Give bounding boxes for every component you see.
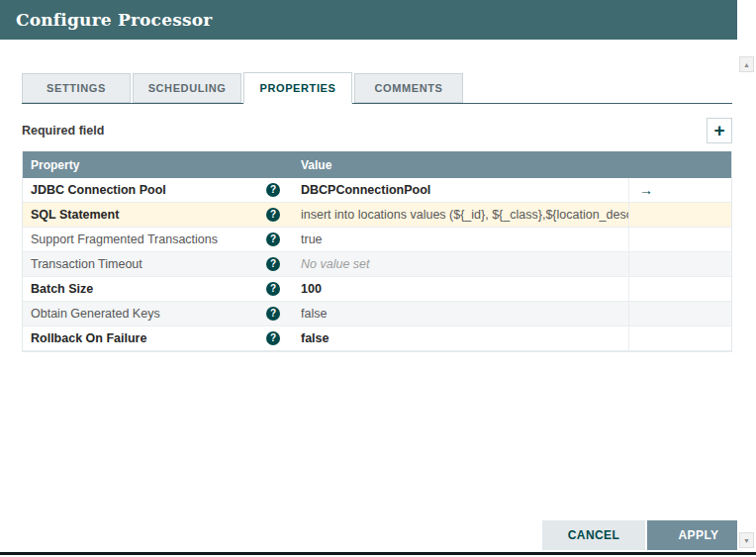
- property-actions-cell: [628, 302, 731, 325]
- property-name: Batch Size: [31, 282, 93, 296]
- property-row[interactable]: Obtain Generated Keys ? false: [23, 302, 731, 326]
- required-field-label: Required field: [22, 124, 104, 138]
- property-row[interactable]: Transaction Timeout ? No value set: [23, 252, 731, 277]
- tab-label: SCHEDULING: [148, 82, 227, 94]
- property-name: Transaction Timeout: [31, 257, 142, 271]
- tab-label: PROPERTIES: [260, 82, 336, 94]
- tab-label: COMMENTS: [375, 82, 443, 94]
- property-value[interactable]: 100: [293, 277, 628, 301]
- property-value[interactable]: false: [293, 302, 628, 325]
- property-value[interactable]: false: [293, 326, 628, 350]
- property-cell: JDBC Connection Pool ?: [23, 178, 293, 202]
- help-icon[interactable]: ?: [266, 232, 280, 246]
- property-value[interactable]: No value set: [293, 252, 628, 276]
- dialog-content: SETTINGS SCHEDULING PROPERTIES COMMENTS …: [0, 72, 737, 352]
- add-property-button[interactable]: +: [707, 118, 732, 143]
- dialog-header: Configure Processor: [0, 0, 737, 40]
- tab-properties[interactable]: PROPERTIES: [243, 72, 352, 104]
- help-icon[interactable]: ?: [266, 208, 280, 222]
- column-header-property: Property: [23, 158, 293, 172]
- property-cell: Support Fragmented Transactions ?: [23, 228, 293, 251]
- table-header: Property Value: [23, 151, 731, 178]
- property-value[interactable]: insert into locations values (${_id}, ${…: [293, 203, 628, 227]
- page-scrollbar[interactable]: ▲ ▼: [737, 0, 756, 557]
- property-name: Support Fragmented Transactions: [31, 232, 218, 246]
- property-actions-cell: [628, 252, 731, 276]
- property-name: Obtain Generated Keys: [31, 307, 160, 321]
- property-cell: Obtain Generated Keys ?: [23, 302, 293, 325]
- property-name: SQL Statement: [31, 208, 119, 222]
- cancel-button[interactable]: CANCEL: [542, 520, 645, 550]
- property-actions-cell: [628, 203, 731, 227]
- property-cell: SQL Statement ?: [23, 203, 293, 227]
- go-to-service-arrow-icon[interactable]: →: [639, 182, 653, 198]
- property-row[interactable]: Rollback On Failure ? false: [23, 326, 731, 351]
- tab-label: SETTINGS: [47, 82, 106, 94]
- property-actions-cell: [628, 277, 731, 301]
- column-header-value: Value: [293, 158, 628, 172]
- scroll-down-icon: ▼: [743, 537, 750, 544]
- property-row[interactable]: JDBC Connection Pool ? DBCPConnectionPoo…: [23, 178, 731, 203]
- property-value[interactable]: true: [293, 228, 628, 251]
- configure-processor-dialog: Configure Processor SETTINGS SCHEDULING …: [0, 0, 756, 557]
- dialog-title: Configure Processor: [16, 10, 212, 30]
- property-actions-cell: →: [628, 178, 731, 202]
- properties-table: Property Value JDBC Connection Pool ? DB…: [22, 151, 732, 352]
- help-icon[interactable]: ?: [266, 331, 280, 345]
- scroll-up-button[interactable]: ▲: [739, 56, 754, 72]
- help-icon[interactable]: ?: [266, 183, 280, 197]
- apply-button[interactable]: APPLY: [647, 520, 750, 550]
- property-actions-cell: [628, 228, 731, 251]
- property-name: Rollback On Failure: [31, 331, 146, 345]
- window-bottom-edge: [0, 552, 756, 555]
- property-row[interactable]: Support Fragmented Transactions ? true: [23, 228, 731, 252]
- property-row[interactable]: SQL Statement ? insert into locations va…: [23, 203, 731, 228]
- scroll-up-icon: ▲: [743, 61, 750, 68]
- tab-settings[interactable]: SETTINGS: [22, 73, 131, 103]
- required-field-row: Required field +: [22, 116, 732, 145]
- help-icon[interactable]: ?: [266, 307, 280, 321]
- help-icon[interactable]: ?: [266, 282, 280, 296]
- tab-scheduling[interactable]: SCHEDULING: [133, 73, 241, 103]
- nifi-page: Configure Processor SETTINGS SCHEDULING …: [0, 0, 756, 557]
- property-actions-cell: [628, 326, 731, 350]
- table-body: JDBC Connection Pool ? DBCPConnectionPoo…: [23, 178, 731, 351]
- property-value[interactable]: DBCPConnectionPool: [293, 178, 628, 202]
- property-row[interactable]: Batch Size ? 100: [23, 277, 731, 302]
- help-icon[interactable]: ?: [266, 257, 280, 271]
- property-cell: Batch Size ?: [23, 277, 293, 301]
- tab-comments[interactable]: COMMENTS: [354, 73, 463, 103]
- dialog-buttons: CANCEL APPLY: [542, 520, 750, 550]
- property-name: JDBC Connection Pool: [31, 183, 166, 197]
- property-cell: Transaction Timeout ?: [23, 252, 293, 276]
- property-cell: Rollback On Failure ?: [23, 326, 293, 350]
- tab-bar: SETTINGS SCHEDULING PROPERTIES COMMENTS: [22, 72, 732, 104]
- scroll-down-button[interactable]: ▼: [739, 532, 754, 548]
